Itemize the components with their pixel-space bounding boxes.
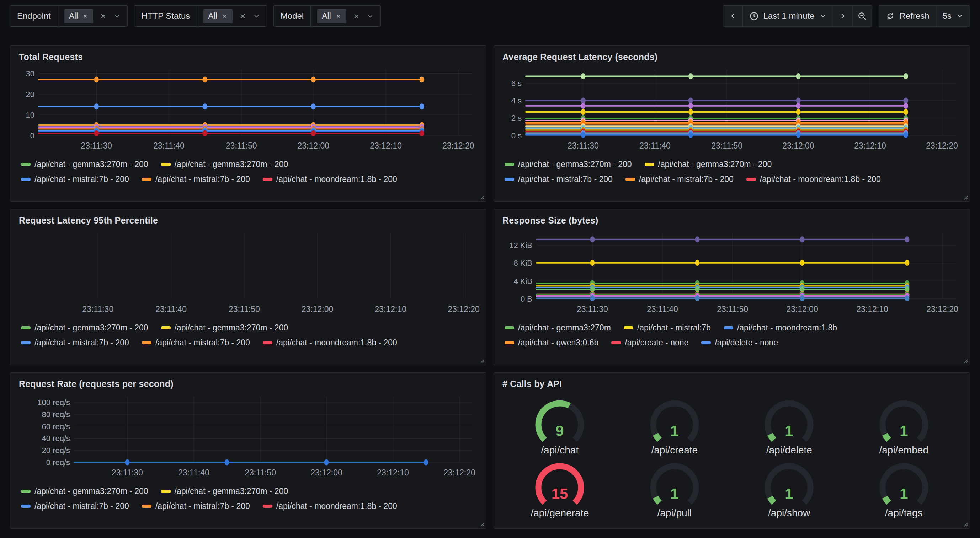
legend-series-swatch bbox=[625, 178, 635, 181]
chip-remove-icon[interactable] bbox=[335, 13, 342, 19]
legend-item[interactable]: /api/chat - gemma3:270m - 200 bbox=[21, 323, 148, 333]
legend-item[interactable]: /api/chat - gemma3:270m - 200 bbox=[161, 323, 288, 333]
gauge-value: 15 bbox=[552, 486, 568, 502]
legend-item[interactable]: /api/chat - gemma3:270m - 200 bbox=[161, 160, 288, 169]
gauge-label: /api/tags bbox=[885, 508, 923, 519]
svg-text:23:11:40: 23:11:40 bbox=[647, 305, 678, 314]
svg-text:60 req/s: 60 req/s bbox=[42, 422, 70, 431]
legend-item[interactable]: /api/chat - mistral:7b bbox=[624, 323, 711, 333]
gauge-api-show[interactable]: 1/api/show bbox=[732, 457, 846, 520]
panel-resize-handle[interactable] bbox=[479, 194, 485, 200]
filter-http-status-value[interactable]: All bbox=[197, 6, 267, 26]
zoom-out-button[interactable] bbox=[852, 5, 872, 27]
svg-text:6 s: 6 s bbox=[511, 79, 522, 88]
legend-item[interactable]: /api/chat - moondream:1.8b - 200 bbox=[263, 175, 397, 184]
legend-item[interactable]: /api/chat - gemma3:270m bbox=[504, 323, 611, 333]
panel-resize-handle[interactable] bbox=[962, 521, 968, 527]
legend-item[interactable]: /api/chat - moondream:1.8b - 200 bbox=[263, 338, 397, 348]
chip-remove-icon[interactable] bbox=[221, 13, 228, 19]
variable-filters: Endpoint All HTTP Status All bbox=[10, 5, 381, 27]
chevron-down-icon bbox=[956, 13, 963, 19]
panel-title: Total Requests bbox=[10, 46, 486, 63]
legend-item[interactable]: /api/chat - moondream:1.8b - 200 bbox=[746, 175, 881, 184]
legend-item[interactable]: /api/chat - mistral:7b - 200 bbox=[625, 175, 733, 184]
gauge-value: 1 bbox=[785, 486, 793, 502]
gauge-api-chat[interactable]: 9/api/chat bbox=[503, 394, 617, 457]
chart-area[interactable]: 0 s2 s4 s6 s23:11:3023:11:4023:11:5023:1… bbox=[497, 63, 967, 153]
legend-item[interactable]: /api/chat - moondream:1.8b bbox=[724, 323, 837, 333]
legend-series-label: /api/chat - gemma3:270m - 200 bbox=[518, 160, 632, 169]
legend-series-label: /api/chat - gemma3:270m bbox=[518, 323, 611, 333]
legend-item[interactable]: /api/chat - mistral:7b - 200 bbox=[142, 501, 250, 511]
chart-area[interactable]: 0 B4 KiB8 KiB12 KiB23:11:3023:11:4023:11… bbox=[497, 227, 967, 317]
filter-model-value[interactable]: All bbox=[311, 6, 380, 26]
legend-series-label: /api/chat - mistral:7b bbox=[637, 323, 711, 333]
svg-text:2 s: 2 s bbox=[511, 114, 522, 122]
legend-item[interactable]: /api/chat - gemma3:270m - 200 bbox=[21, 160, 148, 169]
svg-text:20: 20 bbox=[26, 90, 35, 99]
gauge-api-pull[interactable]: 1/api/pull bbox=[617, 457, 732, 520]
gauge-api-tags[interactable]: 1/api/tags bbox=[846, 457, 961, 520]
refresh-group: Refresh 5s bbox=[879, 5, 970, 27]
gauge-label: /api/chat bbox=[541, 444, 579, 456]
legend-item[interactable]: /api/chat - qwen3:0.6b bbox=[504, 338, 598, 348]
legend-item[interactable]: /api/chat - mistral:7b - 200 bbox=[21, 175, 129, 184]
legend-series-swatch bbox=[263, 341, 272, 344]
filter-endpoint-value[interactable]: All bbox=[58, 6, 128, 26]
chart-area[interactable]: 23:11:3023:11:4023:11:5023:12:0023:12:10… bbox=[13, 227, 483, 317]
gauge-api-create[interactable]: 1/api/create bbox=[617, 394, 732, 457]
legend-series-label: /api/chat - mistral:7b - 200 bbox=[518, 175, 612, 184]
legend-item[interactable]: /api/chat - moondream:1.8b - 200 bbox=[263, 501, 397, 511]
panel-resize-handle[interactable] bbox=[479, 357, 485, 363]
gauge-api-delete[interactable]: 1/api/delete bbox=[732, 394, 846, 457]
gauge-api-embed[interactable]: 1/api/embed bbox=[846, 394, 961, 457]
legend-series-label: /api/chat - mistral:7b - 200 bbox=[35, 338, 129, 348]
filter-endpoint-chip[interactable]: All bbox=[64, 9, 94, 24]
clear-selection-icon[interactable] bbox=[239, 12, 247, 20]
filter-model-chip[interactable]: All bbox=[317, 9, 346, 24]
svg-text:4 KiB: 4 KiB bbox=[514, 277, 532, 286]
gauge-value: 1 bbox=[670, 422, 678, 439]
legend-series-label: /api/chat - mistral:7b - 200 bbox=[155, 175, 250, 184]
time-range-picker[interactable]: Last 1 minute bbox=[743, 5, 833, 27]
chip-remove-icon[interactable] bbox=[82, 13, 89, 19]
chevron-down-icon[interactable] bbox=[113, 13, 121, 20]
legend-item[interactable]: /api/chat - gemma3:270m - 200 bbox=[645, 160, 772, 169]
panel-response-size: Response Size (bytes) 0 B4 KiB8 KiB12 Ki… bbox=[493, 209, 970, 365]
chevron-down-icon[interactable] bbox=[253, 13, 260, 20]
legend-item[interactable]: /api/chat - mistral:7b - 200 bbox=[504, 175, 612, 184]
legend-item[interactable]: /api/chat - mistral:7b - 200 bbox=[21, 501, 129, 511]
clear-selection-icon[interactable] bbox=[352, 12, 361, 20]
legend-item[interactable]: /api/delete - none bbox=[701, 338, 778, 348]
panel-resize-handle[interactable] bbox=[962, 357, 968, 363]
filter-http-status-chip[interactable]: All bbox=[204, 9, 232, 24]
filter-http-status: HTTP Status All bbox=[134, 5, 267, 27]
gauge-api-generate[interactable]: 15/api/generate bbox=[503, 457, 617, 520]
chevron-down-icon[interactable] bbox=[367, 13, 374, 20]
filter-http-status-chip-text: All bbox=[208, 11, 217, 21]
time-shift-forward-button[interactable] bbox=[833, 5, 853, 27]
chart-area[interactable]: 0 req/s20 req/s40 req/s60 req/s80 req/s1… bbox=[13, 390, 483, 480]
legend-row: /api/chat - mistral:7b - 200/api/chat - … bbox=[21, 175, 476, 184]
legend-item[interactable]: /api/chat - mistral:7b - 200 bbox=[21, 338, 129, 348]
refresh-interval-dropdown[interactable]: 5s bbox=[936, 5, 970, 27]
legend-series-swatch bbox=[161, 163, 171, 166]
legend-item[interactable]: /api/chat - gemma3:270m - 200 bbox=[504, 160, 632, 169]
chart-area[interactable]: 010203023:11:3023:11:4023:11:5023:12:002… bbox=[13, 63, 483, 153]
panel-resize-handle[interactable] bbox=[479, 521, 485, 527]
legend-item[interactable]: /api/create - none bbox=[611, 338, 689, 348]
legend-item[interactable]: /api/chat - gemma3:270m - 200 bbox=[161, 486, 288, 496]
legend-item[interactable]: /api/chat - gemma3:270m - 200 bbox=[21, 486, 148, 496]
legend-series-label: /api/chat - gemma3:270m - 200 bbox=[35, 486, 148, 496]
panel-title: Response Size (bytes) bbox=[494, 209, 970, 227]
time-shift-back-button[interactable] bbox=[723, 5, 743, 27]
clear-selection-icon[interactable] bbox=[99, 12, 107, 20]
legend-item[interactable]: /api/chat - mistral:7b - 200 bbox=[142, 338, 250, 348]
legend-item[interactable]: /api/chat - mistral:7b - 200 bbox=[142, 175, 250, 184]
svg-text:23:11:30: 23:11:30 bbox=[577, 305, 608, 314]
panel-resize-handle[interactable] bbox=[962, 194, 968, 200]
svg-text:23:11:30: 23:11:30 bbox=[82, 305, 113, 314]
refresh-label: Refresh bbox=[900, 11, 929, 21]
panel-calls-by-api: # Calls by API 9/api/chat1/api/create1/a… bbox=[493, 372, 970, 529]
refresh-button[interactable]: Refresh bbox=[879, 5, 936, 27]
